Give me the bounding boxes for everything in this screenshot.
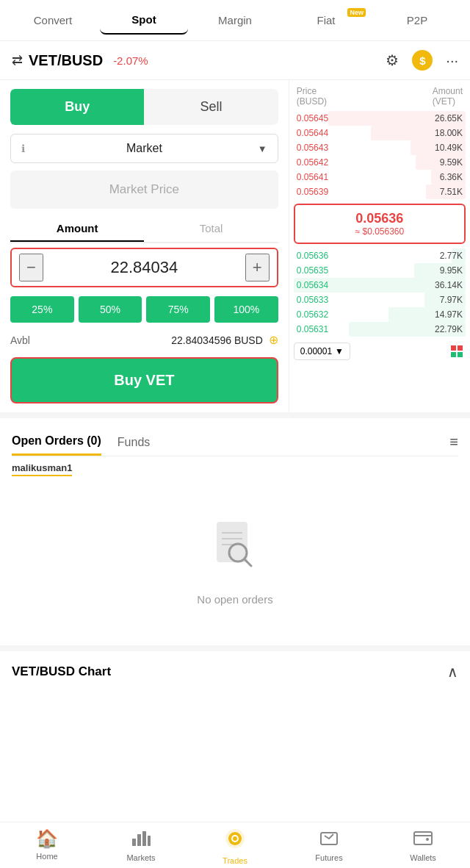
amount-total-tabs: Amount Total xyxy=(10,216,278,243)
mid-price: 0.05636 xyxy=(303,211,457,226)
nav-tab-spot[interactable]: Spot xyxy=(100,6,188,35)
pct-75-button[interactable]: 75% xyxy=(146,296,210,323)
header-bar: ⇄ VET/BUSD -2.07% ⚙ $ ··· xyxy=(0,41,470,80)
pair-change: -2.07% xyxy=(113,54,148,67)
nav-tab-p2p[interactable]: P2P xyxy=(373,7,461,34)
nav-item-markets[interactable]: Markets xyxy=(94,828,188,865)
tick-arrow-icon: ▼ xyxy=(335,346,344,356)
buy-row[interactable]: 0.05632 14.97K xyxy=(294,307,466,322)
chart-title: VET/BUSD Chart xyxy=(12,664,111,679)
tab-funds[interactable]: Funds xyxy=(118,430,150,455)
nav-item-wallets[interactable]: Wallets xyxy=(376,828,470,865)
tab-open-orders[interactable]: Open Orders (0) xyxy=(12,428,101,456)
sell-row[interactable]: 0.05643 10.49K xyxy=(294,140,466,155)
market-price-field: Market Price xyxy=(10,171,278,209)
svg-rect-19 xyxy=(414,832,432,844)
sell-rows: 0.05645 26.65K 0.05644 18.00K 0.05643 10… xyxy=(294,111,466,199)
export-icon[interactable]: ≡ xyxy=(449,434,458,451)
empty-orders-icon xyxy=(26,514,444,584)
sell-row[interactable]: 0.05642 9.59K xyxy=(294,155,466,170)
buy-rows: 0.05636 2.77K 0.05635 9.95K 0.05634 36.1… xyxy=(294,248,466,337)
futures-label: Futures xyxy=(315,853,342,862)
order-type-selector[interactable]: ℹ Market ▼ xyxy=(10,134,278,163)
svg-point-17 xyxy=(233,836,237,841)
buy-row[interactable]: 0.05636 2.77K xyxy=(294,248,466,263)
home-icon: 🏠 xyxy=(36,828,58,849)
buy-row[interactable]: 0.05633 7.97K xyxy=(294,293,466,307)
ob-price-header: Price(BUSD) xyxy=(297,86,327,107)
tick-size-selector[interactable]: 0.00001 ▼ xyxy=(294,342,350,360)
sell-button[interactable]: Sell xyxy=(144,89,278,125)
main-content: Buy Sell ℹ Market ▼ Market Price Amount … xyxy=(0,80,470,412)
more-icon[interactable]: ··· xyxy=(446,52,458,69)
nav-tab-fiat[interactable]: New Fiat xyxy=(282,7,370,34)
dollar-icon[interactable]: $ xyxy=(412,50,433,71)
svg-line-9 xyxy=(245,559,251,566)
amount-input-row: − + xyxy=(10,248,278,287)
nav-tab-margin[interactable]: Margin xyxy=(191,7,279,34)
nav-item-futures[interactable]: Futures xyxy=(282,828,376,865)
nav-item-home[interactable]: 🏠 Home xyxy=(0,828,94,865)
order-type-info-icon: ℹ xyxy=(21,143,25,154)
buy-sell-toggle: Buy Sell xyxy=(10,89,278,125)
tab-amount[interactable]: Amount xyxy=(10,216,144,242)
chart-section: VET/BUSD Chart ∧ xyxy=(0,645,470,692)
sell-row[interactable]: 0.05644 18.00K xyxy=(294,126,466,140)
swap-icon[interactable]: ⇄ xyxy=(12,52,23,68)
markets-label: Markets xyxy=(126,853,155,862)
sell-row[interactable]: 0.05639 7.51K xyxy=(294,184,466,199)
ob-amount-header: Amount(VET) xyxy=(433,86,463,107)
svg-rect-3 xyxy=(458,352,463,357)
amount-decrement-button[interactable]: − xyxy=(19,254,43,281)
nav-tab-convert[interactable]: Convert xyxy=(9,7,97,34)
home-label: Home xyxy=(36,852,57,861)
sell-row[interactable]: 0.05645 26.65K xyxy=(294,111,466,126)
order-book: Price(BUSD) Amount(VET) 0.05645 26.65K 0… xyxy=(289,80,470,412)
tab-total[interactable]: Total xyxy=(144,216,278,242)
pct-100-button[interactable]: 100% xyxy=(214,296,278,323)
buy-row[interactable]: 0.05631 22.79K xyxy=(294,322,466,337)
add-funds-icon[interactable]: ⊕ xyxy=(269,334,278,346)
empty-state: No open orders xyxy=(12,485,458,635)
svg-rect-10 xyxy=(132,839,136,846)
buy-button[interactable]: Buy xyxy=(10,89,144,125)
mid-price-box: 0.05636 ≈ $0.056360 xyxy=(294,204,466,244)
buy-vet-button[interactable]: Buy VET xyxy=(10,357,278,403)
svg-rect-12 xyxy=(142,831,146,846)
svg-rect-1 xyxy=(458,345,463,351)
percentage-buttons: 25% 50% 75% 100% xyxy=(10,296,278,323)
available-balance-row: Avbl 22.84034596 BUSD ⊕ xyxy=(10,333,278,347)
pair-name[interactable]: VET/BUSD xyxy=(29,52,103,69)
pct-50-button[interactable]: 50% xyxy=(79,296,142,323)
bottom-nav: 🏠 Home Markets Trades Futures Wallets xyxy=(0,822,470,868)
trades-icon xyxy=(225,828,245,853)
nav-item-trades[interactable]: Trades xyxy=(188,828,282,865)
order-type-label: Market xyxy=(31,142,258,155)
svg-rect-11 xyxy=(137,834,141,846)
amount-input[interactable] xyxy=(43,258,245,277)
order-book-header: Price(BUSD) Amount(VET) xyxy=(294,86,466,107)
markets-icon xyxy=(131,828,151,850)
avbl-value: 22.84034596 BUSD xyxy=(171,334,263,346)
candlestick-icon[interactable]: ⚙ xyxy=(386,51,399,69)
layout-btn-grid[interactable] xyxy=(448,342,466,360)
layout-buttons xyxy=(448,342,466,360)
header-icons: ⚙ $ ··· xyxy=(386,50,458,71)
order-type-arrow-icon: ▼ xyxy=(258,143,267,154)
svg-rect-13 xyxy=(148,836,151,846)
user-label: malikusman1 xyxy=(12,462,72,476)
trades-label: Trades xyxy=(223,856,247,865)
new-badge: New xyxy=(347,8,366,17)
pct-25-button[interactable]: 25% xyxy=(10,296,74,323)
mid-price-sub: ≈ $0.056360 xyxy=(303,226,457,237)
amount-increment-button[interactable]: + xyxy=(245,254,270,281)
svg-rect-2 xyxy=(451,352,456,357)
svg-rect-0 xyxy=(451,345,456,351)
chart-toggle-icon[interactable]: ∧ xyxy=(447,663,458,681)
orders-tabs: Open Orders (0) Funds ≡ xyxy=(12,428,458,456)
sell-row[interactable]: 0.05641 6.36K xyxy=(294,170,466,184)
left-panel: Buy Sell ℹ Market ▼ Market Price Amount … xyxy=(0,80,289,412)
buy-row[interactable]: 0.05634 36.14K xyxy=(294,278,466,293)
buy-row[interactable]: 0.05635 9.95K xyxy=(294,263,466,278)
wallets-label: Wallets xyxy=(410,853,436,862)
